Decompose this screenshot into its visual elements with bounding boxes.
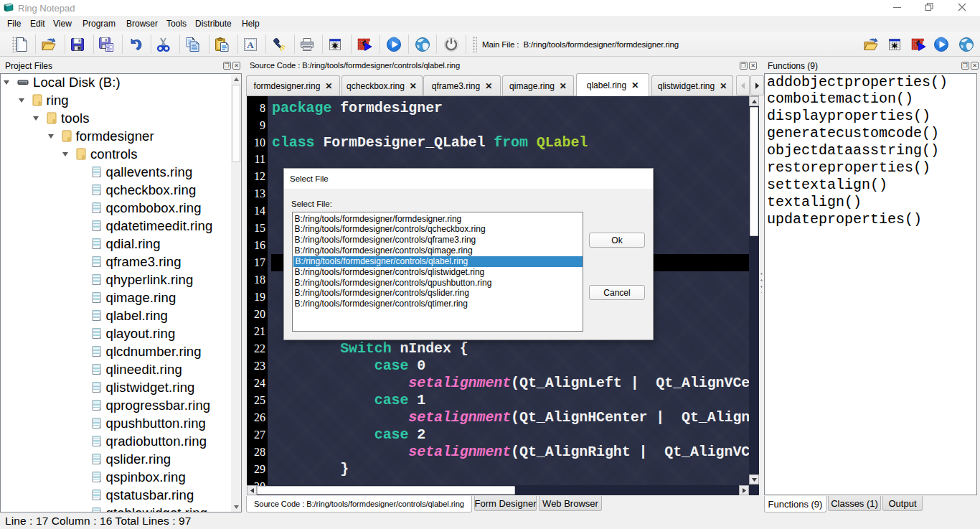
svg-text:A: A	[247, 39, 254, 50]
